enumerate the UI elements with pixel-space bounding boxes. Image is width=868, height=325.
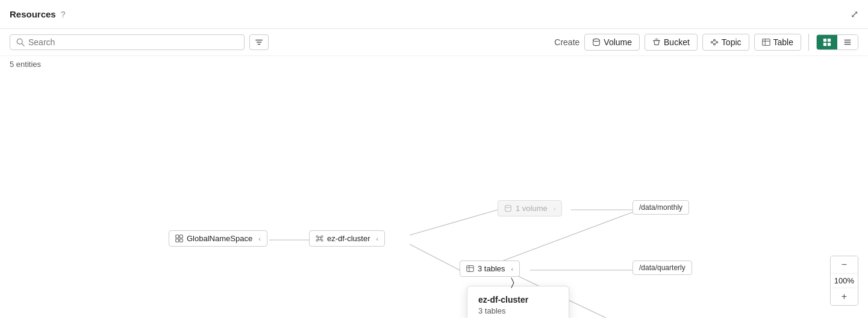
- svg-rect-16: [823, 43, 826, 46]
- filter-button[interactable]: [249, 34, 269, 50]
- list-view-button[interactable]: [837, 35, 858, 49]
- zoom-percent-display: 100%: [831, 273, 858, 288]
- view-toggle: [816, 34, 858, 50]
- toolbar: Create Volume Bucket Topic: [0, 29, 868, 56]
- volume-node-chevron: ›: [554, 205, 556, 212]
- namespace-node[interactable]: GlobalNameSpace ‹: [169, 230, 267, 247]
- list-view-icon: [843, 38, 852, 46]
- svg-line-10: [715, 43, 716, 44]
- tooltip-popup: ez-df-cluster 3 tables Size 1.19 GiB Vie…: [467, 286, 569, 318]
- svg-line-26: [494, 212, 632, 264]
- svg-rect-28: [176, 235, 179, 238]
- svg-rect-38: [467, 266, 473, 272]
- create-volume-button[interactable]: Volume: [584, 34, 640, 51]
- search-icon: [16, 38, 25, 46]
- volume-btn-label: Volume: [604, 37, 632, 47]
- svg-point-2: [593, 39, 600, 41]
- divider: [808, 34, 809, 51]
- svg-line-8: [713, 43, 714, 44]
- zoom-plus-icon: +: [841, 291, 847, 301]
- path-quarterly[interactable]: /data/quarterly: [632, 260, 692, 275]
- tables-node[interactable]: 3 tables ‹: [460, 260, 520, 277]
- svg-point-4: [714, 39, 716, 41]
- volume-node[interactable]: 1 volume ›: [498, 200, 562, 216]
- bucket-icon: [652, 38, 661, 46]
- zoom-controls: − 100% +: [830, 256, 858, 306]
- volume-node-icon: [504, 204, 512, 212]
- zoom-plus-button[interactable]: +: [831, 288, 858, 305]
- bucket-btn-label: Bucket: [664, 37, 690, 47]
- graph-view-button[interactable]: [817, 35, 837, 49]
- svg-point-33: [316, 236, 318, 238]
- svg-point-5: [714, 43, 716, 45]
- create-bucket-button[interactable]: Bucket: [645, 34, 698, 51]
- namespace-label: GlobalNameSpace: [187, 234, 252, 243]
- cluster-label: ez-df-cluster: [327, 234, 370, 243]
- tables-node-icon: [466, 265, 474, 273]
- search-box: [10, 34, 245, 50]
- table-btn-label: Table: [773, 37, 793, 47]
- create-table-button[interactable]: Table: [754, 34, 801, 51]
- graph-view-icon: [823, 38, 831, 46]
- connector-lines: [0, 72, 868, 318]
- create-topic-button[interactable]: Topic: [702, 34, 749, 51]
- cluster-node[interactable]: ez-df-cluster ‹: [309, 230, 385, 247]
- volume-icon: [592, 38, 601, 46]
- tooltip-name: ez-df-cluster: [478, 295, 558, 304]
- svg-point-34: [321, 236, 323, 238]
- svg-point-6: [716, 42, 718, 43]
- page-title: Resources: [10, 9, 56, 19]
- tooltip-sub: 3 tables: [478, 306, 558, 315]
- count-bar: 5 entities: [0, 56, 868, 72]
- svg-rect-31: [180, 239, 183, 242]
- svg-point-36: [321, 239, 323, 241]
- svg-rect-11: [762, 39, 769, 46]
- path-monthly-label: /data/monthly: [639, 203, 682, 212]
- svg-line-7: [713, 40, 714, 42]
- svg-rect-30: [176, 239, 179, 242]
- tables-node-chevron: ‹: [511, 265, 514, 273]
- canvas: GlobalNameSpace ‹ ez-df-cluster ‹ 1 volu…: [0, 72, 868, 318]
- svg-rect-14: [823, 39, 826, 42]
- topic-icon: [710, 38, 719, 46]
- zoom-minus-icon: −: [841, 259, 847, 270]
- svg-rect-29: [180, 235, 183, 238]
- svg-point-32: [318, 237, 321, 240]
- table-icon-btn: [762, 38, 770, 46]
- svg-rect-17: [828, 43, 831, 46]
- cluster-chevron: ‹: [376, 235, 379, 242]
- svg-line-23: [410, 244, 460, 270]
- topic-btn-label: Topic: [722, 37, 742, 47]
- path-monthly[interactable]: /data/monthly: [632, 200, 689, 215]
- zoom-minus-button[interactable]: −: [831, 256, 858, 273]
- search-input[interactable]: [28, 37, 238, 47]
- volume-node-label: 1 volume: [516, 204, 548, 213]
- svg-line-22: [410, 210, 498, 235]
- svg-point-3: [711, 42, 713, 43]
- create-label: Create: [554, 37, 579, 47]
- tables-node-label: 3 tables: [478, 264, 505, 273]
- header: Resources ? ⤢: [0, 0, 868, 29]
- namespace-icon: [175, 235, 183, 242]
- path-quarterly-label: /data/quarterly: [639, 263, 685, 272]
- namespace-chevron: ‹: [258, 235, 261, 242]
- svg-rect-15: [828, 39, 831, 42]
- svg-point-35: [316, 239, 318, 241]
- filter-icon: [255, 38, 263, 46]
- expand-icon[interactable]: ⤢: [851, 8, 858, 20]
- svg-point-37: [505, 205, 511, 207]
- svg-line-9: [715, 40, 716, 42]
- svg-line-1: [22, 43, 24, 46]
- entity-count: 5 entities: [10, 60, 41, 69]
- cluster-icon: [316, 235, 323, 242]
- help-icon[interactable]: ?: [61, 10, 66, 19]
